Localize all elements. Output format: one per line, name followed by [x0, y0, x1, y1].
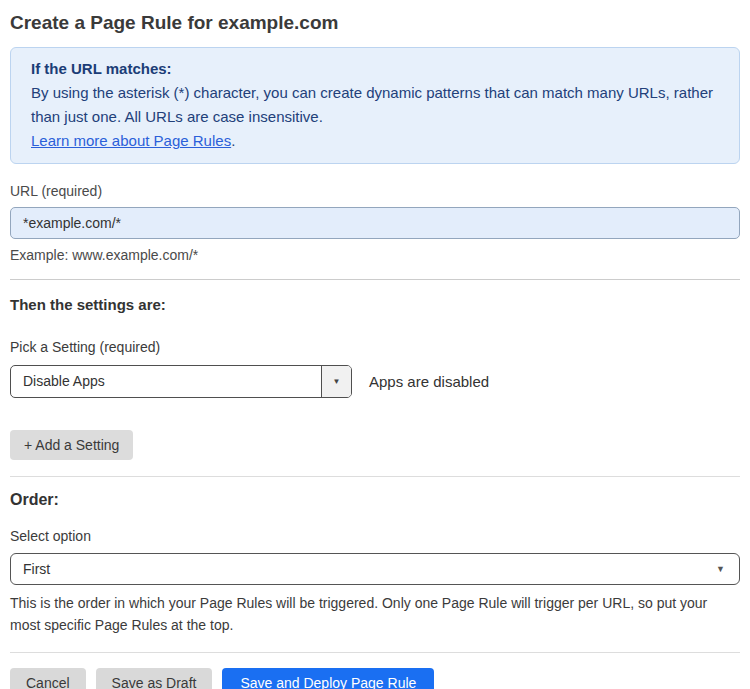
url-example: Example: www.example.com/* [10, 247, 740, 263]
save-draft-button[interactable]: Save as Draft [96, 668, 213, 689]
divider [10, 476, 740, 477]
order-select-value: First [23, 561, 50, 577]
info-box-heading: If the URL matches: [31, 57, 719, 81]
link-suffix: . [231, 132, 235, 149]
order-select-label: Select option [10, 528, 740, 544]
setting-dropdown-value: Disable Apps [11, 366, 321, 397]
setting-dropdown[interactable]: Disable Apps ▼ [10, 365, 352, 398]
page-rule-form: Create a Page Rule for example.com If th… [0, 9, 750, 689]
url-match-info-box: If the URL matches: By using the asteris… [10, 47, 740, 164]
save-deploy-button[interactable]: Save and Deploy Page Rule [222, 668, 434, 689]
setting-status-text: Apps are disabled [369, 373, 489, 390]
setting-row: Disable Apps ▼ Apps are disabled [10, 365, 740, 398]
order-help-text: This is the order in which your Page Rul… [10, 592, 740, 636]
url-input[interactable] [10, 207, 740, 239]
divider [10, 279, 740, 280]
learn-more-link[interactable]: Learn more about Page Rules [31, 132, 231, 149]
footer-actions: Cancel Save as Draft Save and Deploy Pag… [10, 668, 740, 689]
order-heading: Order: [10, 491, 740, 509]
setting-dropdown-arrow-button[interactable]: ▼ [321, 366, 351, 397]
cancel-button[interactable]: Cancel [10, 668, 86, 689]
info-box-body: By using the asterisk (*) character, you… [31, 81, 719, 129]
order-select[interactable]: First ▼ [10, 553, 740, 585]
chevron-down-icon: ▼ [716, 565, 725, 574]
divider [10, 652, 740, 653]
info-box-link-line: Learn more about Page Rules. [31, 129, 719, 153]
page-title: Create a Page Rule for example.com [10, 9, 740, 36]
settings-heading: Then the settings are: [10, 296, 740, 313]
add-setting-button[interactable]: + Add a Setting [10, 430, 133, 460]
setting-picker-label: Pick a Setting (required) [10, 339, 740, 355]
url-label: URL (required) [10, 183, 740, 199]
chevron-down-icon: ▼ [333, 378, 341, 386]
